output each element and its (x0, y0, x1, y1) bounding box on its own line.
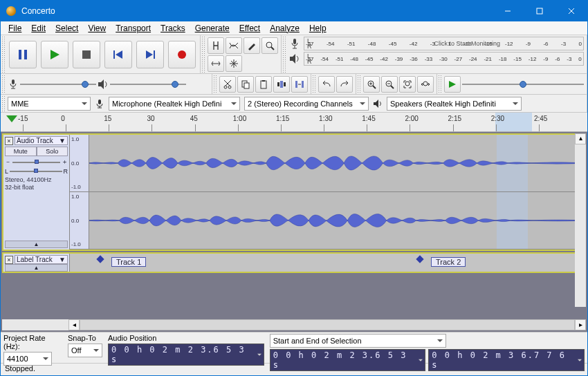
vertical-scrollbar[interactable]: ▴ (575, 133, 586, 307)
svg-point-38 (405, 82, 410, 86)
project-rate-combo[interactable]: 44100 (3, 352, 52, 366)
svg-rect-4 (19, 50, 21, 59)
menu-effect[interactable]: Effect (235, 22, 265, 35)
menu-edit[interactable]: Edit (26, 22, 50, 35)
timeshift-tool-button[interactable] (208, 55, 224, 72)
device-toolbar: MME Microphone (Realtek High Defini 2 (S… (5, 95, 587, 112)
menu-help[interactable]: Help (304, 22, 331, 35)
fit-selection-button[interactable] (399, 76, 416, 93)
mic-icon (288, 37, 301, 50)
horizontal-scrollbar[interactable]: ◂ ▸ (2, 319, 586, 330)
copy-button[interactable] (237, 76, 254, 93)
menu-analyze[interactable]: Analyze (265, 22, 304, 35)
svg-marker-18 (98, 79, 104, 89)
menu-tracks[interactable]: Tracks (156, 22, 190, 35)
skip-start-button[interactable] (104, 41, 132, 68)
fit-project-button[interactable] (417, 76, 434, 93)
svg-rect-8 (113, 50, 115, 59)
audio-position-display[interactable]: 0 0 h 0 2 m 2 3.6 5 3 s (108, 344, 264, 366)
menu-view[interactable]: View (83, 22, 111, 35)
recording-volume-slider[interactable] (20, 79, 96, 89)
label-marker[interactable]: Track 2 (416, 255, 466, 267)
mic-icon (95, 99, 104, 109)
track-collapse-button[interactable]: ▲ (5, 264, 68, 272)
stop-button[interactable] (73, 41, 100, 68)
selection-tool-button[interactable] (208, 37, 224, 54)
svg-rect-22 (244, 83, 249, 88)
track-collapse-button[interactable]: ▲ (5, 241, 68, 248)
audio-position-label: Audio Position (108, 334, 264, 342)
pinned-play-head-icon[interactable] (6, 115, 17, 122)
selection-format-combo[interactable]: Start and End of Selection (270, 334, 446, 348)
multi-tool-button[interactable] (226, 55, 242, 72)
track-menu-button[interactable]: Audio Track▼ (15, 136, 68, 145)
silence-button[interactable] (291, 76, 308, 93)
record-button[interactable] (168, 41, 196, 68)
undo-button[interactable] (318, 76, 335, 93)
scroll-right-button[interactable]: ▸ (575, 319, 586, 330)
edit-toolbar (217, 74, 311, 94)
zoom-tool-button[interactable] (261, 37, 278, 54)
titlebar: Concerto (1, 1, 587, 21)
audio-track-panel: × Audio Track▼ Mute Solo －＋ LR Stereo, 4… (3, 135, 70, 250)
selection-start-display[interactable]: 0 0 h 0 2 m 2 3.6 5 3 s (270, 349, 426, 371)
track-pan-slider[interactable] (10, 169, 62, 174)
meters-cell: LR -57-54-51-48-45-42-31-18-15-12-9-6-30… (286, 35, 587, 73)
scroll-left-button[interactable]: ◂ (68, 319, 80, 330)
paste-button[interactable] (255, 76, 272, 93)
audio-waveform-area[interactable]: 1.00.0-1.0 1.00.0-1.0 (70, 135, 585, 250)
envelope-tool-button[interactable] (226, 37, 242, 54)
close-button[interactable] (555, 1, 587, 21)
vertical-scale[interactable]: 1.00.0-1.0 (70, 135, 89, 191)
track-gain-slider[interactable] (12, 160, 60, 165)
scroll-up-button[interactable]: ▴ (575, 133, 586, 144)
maximize-button[interactable] (524, 1, 555, 21)
svg-rect-25 (277, 82, 279, 86)
pause-button[interactable] (9, 41, 37, 68)
playback-meter[interactable]: LR -57-54-51-48-45-42-39-36-33-30-27-24-… (304, 52, 584, 66)
snap-to-combo[interactable]: Off (68, 344, 102, 357)
redo-button[interactable] (336, 76, 353, 93)
cut-button[interactable] (219, 76, 236, 93)
playback-device-combo[interactable]: Speakers (Realtek High Definiti (387, 97, 522, 111)
menu-transport[interactable]: Transport (111, 22, 156, 35)
audio-host-combo[interactable]: MME (8, 97, 91, 111)
label-track-area[interactable]: Track 1 Track 2 (70, 254, 585, 272)
menu-select[interactable]: Select (50, 22, 83, 35)
label-handle-icon[interactable] (416, 255, 423, 265)
skip-end-button[interactable] (136, 41, 164, 68)
track-menu-button[interactable]: Label Track▼ (15, 255, 68, 264)
recording-device-combo[interactable]: Microphone (Realtek High Defini (109, 97, 240, 111)
toolbar-area: LR -57-54-51-48-45-42-31-18-15-12-9-6-30… (1, 35, 587, 113)
mic-icon (8, 79, 19, 90)
track-close-button[interactable]: × (5, 256, 13, 264)
recording-meter-hint: Click to Start Monitoring (434, 40, 500, 47)
draw-tool-button[interactable] (244, 37, 260, 54)
recording-channels-combo[interactable]: 2 (Stereo) Recording Channels (244, 97, 369, 111)
zoom-out-button[interactable] (381, 76, 398, 93)
menu-generate[interactable]: Generate (190, 22, 235, 35)
timeline-ruler[interactable]: -1501530451:001:151:301:452:002:152:302:… (1, 113, 587, 132)
solo-button[interactable]: Solo (37, 147, 68, 156)
track-close-button[interactable]: × (5, 137, 13, 145)
menu-file[interactable]: File (3, 22, 26, 35)
playback-speed-slider[interactable] (462, 79, 584, 89)
transport-toolbar (5, 35, 201, 73)
playback-volume-slider[interactable] (110, 79, 186, 89)
selection-end-display[interactable]: 0 0 h 0 2 m 3 6.7 7 6 s (428, 349, 585, 371)
svg-rect-23 (261, 81, 266, 88)
svg-rect-27 (280, 81, 283, 88)
menubar: File Edit Select View Transport Tracks G… (1, 21, 587, 35)
scrollbar-track[interactable] (80, 319, 575, 330)
play-at-speed-button[interactable] (444, 76, 461, 93)
trim-button[interactable] (273, 76, 290, 93)
play-button[interactable] (41, 41, 68, 68)
vertical-scale[interactable]: 1.00.0-1.0 (70, 192, 89, 249)
label-marker[interactable]: Track 1 (96, 255, 146, 267)
label-handle-icon[interactable] (96, 255, 103, 265)
zoom-in-button[interactable] (363, 76, 380, 93)
minimize-button[interactable] (492, 1, 524, 21)
svg-marker-42 (374, 100, 378, 108)
recording-meter[interactable]: LR -57-54-51-48-45-42-31-18-15-12-9-6-30… (304, 37, 584, 50)
mute-button[interactable]: Mute (5, 147, 37, 156)
